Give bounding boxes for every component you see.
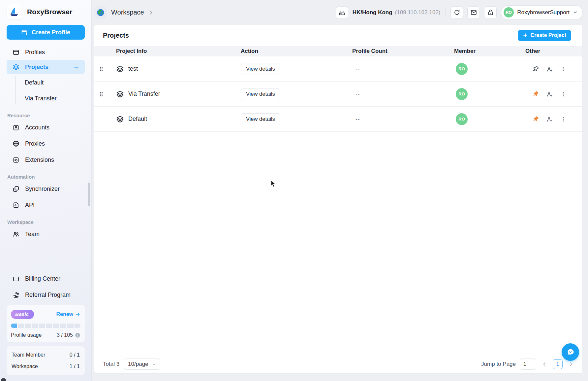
collapse-icon[interactable] [74,65,79,70]
sidebar-item-extensions[interactable]: Extensions [7,152,85,168]
project-layers-icon [116,115,124,123]
arrow-right-icon [75,312,80,317]
sidebar-item-label: Proxies [25,140,45,147]
prev-page-button[interactable] [540,359,549,369]
create-profile-button[interactable]: Create Profile [7,25,85,40]
usage-segment [18,324,24,328]
add-member-icon[interactable] [546,90,553,97]
renew-label: Renew [56,311,73,317]
sidebar-item-label: Profiles [25,49,45,56]
usage-segment [46,324,52,328]
profile-count-value: -- [356,91,360,97]
project-layers-icon [116,65,124,73]
sidebar-item-synchronizer[interactable]: Synchronizer [7,181,85,197]
sidebar-scrollbar[interactable] [88,183,90,206]
create-project-label: Create Project [531,32,567,38]
view-details-button[interactable]: View details [241,113,280,125]
stat-label: Team Member [12,352,45,358]
drag-handle-icon[interactable] [99,65,106,73]
pagination-bar: Total 3 10/page Jump to Page 1 [94,355,582,373]
usage-segment [67,324,73,328]
total-count: Total 3 [103,361,119,367]
jump-to-page-input[interactable] [520,359,536,370]
project-info-cell: Via Transfer [111,90,241,98]
other-cell [525,65,582,72]
sidebar-item-label: Referral Program [25,292,71,298]
chevron-right-icon [568,362,573,367]
member-avatar[interactable]: RO [456,113,468,125]
pin-filled-icon[interactable] [533,90,540,97]
page-1-button[interactable]: 1 [553,359,563,369]
sidebar-nav: Profiles Projects Default Via Transfer [7,45,85,242]
sidebar-subitem-via-transfer[interactable]: Via Transfer [7,90,85,106]
info-icon[interactable] [75,332,80,338]
view-details-button[interactable]: View details [241,88,280,100]
sidebar-subitem-default[interactable]: Default [7,75,85,90]
profiles-icon [13,49,19,56]
more-options-icon[interactable] [560,116,567,122]
other-cell [525,90,582,97]
stat-workspace: Workspace 1 / 1 [12,363,80,370]
drag-handle-icon[interactable] [99,90,106,98]
table-row: Default View details -- RO [94,107,582,132]
sidebar-item-projects[interactable]: Projects [7,60,85,74]
add-member-icon[interactable] [546,116,553,122]
refresh-icon [453,9,460,16]
pin-filled-icon[interactable] [533,116,540,122]
sidebar-item-label: Team [25,231,40,238]
mail-button[interactable] [467,6,480,19]
sidebar-item-proxies[interactable]: Proxies [7,136,85,152]
stat-value: 1 / 1 [70,364,80,369]
table-header: Project Info Action Profile Count Member… [94,46,582,56]
page-size-select[interactable]: 10/page [124,359,160,370]
column-action: Action [241,48,352,54]
column-profile-count: Profile Count [352,48,454,54]
refresh-button[interactable] [450,6,463,19]
proxy-device-button[interactable] [336,6,348,19]
table-row: test View details -- RO [94,56,582,82]
chevron-left-icon [542,362,547,367]
main-area: Workspace HK/Hong Kong (109.110.162.162) [92,0,588,381]
section-label-automation: Automation [7,172,85,181]
proxy-location: HK/Hong Kong [353,9,392,16]
chat-widget-button[interactable] [562,343,579,361]
sidebar-item-accounts[interactable]: Accounts [7,120,85,135]
sidebar-item-profiles[interactable]: Profiles [7,45,85,59]
member-avatar[interactable]: RO [456,63,468,75]
plus-icon [523,33,528,38]
more-options-icon[interactable] [560,90,567,97]
profile-usage-label: Profile usage [11,332,42,338]
pin-icon[interactable] [533,65,540,72]
add-member-icon[interactable] [546,65,553,72]
column-other: Other [525,48,582,54]
breadcrumb[interactable]: Workspace [94,6,154,19]
brand: RoxyBrowser [7,4,85,20]
account-menu[interactable]: RO RoxybrowserSupport [501,5,583,20]
api-icon [13,202,19,209]
create-project-button[interactable]: Create Project [518,30,572,41]
more-options-icon[interactable] [560,65,567,72]
sidebar-item-referral-program[interactable]: Referral Program [7,287,85,303]
window-corner-decoration [1,378,6,381]
sidebar-spacer [7,242,85,271]
renew-link[interactable]: Renew [56,311,80,317]
view-details-button[interactable]: View details [241,63,280,75]
top-right-cluster: HK/Hong Kong (109.110.162.162) RO Roxybr… [336,5,583,20]
chevron-down-icon [152,362,156,366]
member-cell: RO [454,63,525,75]
profile-count-cell: -- [352,116,454,122]
sidebar-item-label: Billing Center [25,275,60,282]
sidebar-item-billing-center[interactable]: Billing Center [7,271,85,287]
sidebar-item-team[interactable]: Team [7,226,85,242]
page-title: Projects [103,32,129,39]
sidebar: RoxyBrowser Create Profile Profiles [0,0,92,381]
member-avatar[interactable]: RO [456,88,468,100]
profile-usage-value: 3 / 105 [57,332,73,338]
table-row: Via Transfer View details -- RO [94,82,582,107]
sidebar-item-api[interactable]: API [7,197,85,213]
lock-button[interactable] [484,6,497,19]
stat-label: Workspace [12,364,38,369]
projects-subnav: Default Via Transfer [7,75,85,106]
create-profile-label: Create Profile [32,29,70,36]
card-header: Projects Create Project [94,25,582,46]
